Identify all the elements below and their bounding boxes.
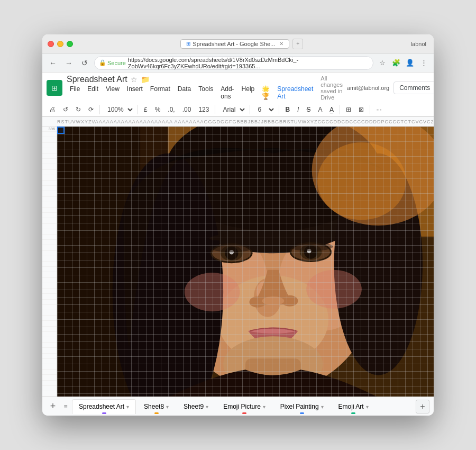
print-button[interactable]: 🖨 bbox=[47, 104, 58, 115]
column-header: RSTUVWXYZVAAAAAAAAAAAAAAAAAAAAA AAAAAAAA… bbox=[42, 117, 434, 127]
tab-sheet9-menu[interactable]: ▾ bbox=[206, 404, 208, 410]
toolbar-separator-1 bbox=[99, 105, 100, 114]
decimal-inc-button[interactable]: .00 bbox=[180, 104, 194, 115]
row-num-402 bbox=[42, 159, 57, 164]
svg-point-36 bbox=[306, 270, 362, 309]
font-color-button[interactable]: A bbox=[315, 104, 325, 115]
tab-spreadsheet-art[interactable]: Spreadsheet Art ▾ bbox=[72, 399, 136, 414]
row-num-399 bbox=[42, 143, 57, 148]
row-num-425 bbox=[42, 283, 57, 289]
row-num-421 bbox=[42, 262, 57, 267]
decimal-dec-button[interactable]: .0, bbox=[165, 104, 177, 115]
redo-button[interactable]: ↻ bbox=[73, 104, 84, 115]
row-num-404 bbox=[42, 170, 57, 175]
currency-button[interactable]: £ bbox=[141, 104, 150, 115]
sheets-doc-title[interactable]: Spreadsheet Art bbox=[67, 75, 127, 84]
menu-format[interactable]: Format bbox=[147, 84, 173, 101]
bookmark-button[interactable]: ☆ bbox=[377, 57, 388, 69]
add-sheet-button[interactable]: + bbox=[47, 400, 59, 413]
row-num-420 bbox=[42, 256, 57, 262]
row-num-396: 396 bbox=[42, 127, 57, 132]
tab-pixel-painting-menu[interactable]: ▾ bbox=[321, 404, 324, 410]
add-sheet-nav-button[interactable]: + bbox=[416, 400, 429, 413]
back-button[interactable]: ← bbox=[47, 57, 59, 69]
tab-sheet8-menu[interactable]: ▾ bbox=[166, 404, 169, 410]
tab-emoji-picture-menu[interactable]: ▾ bbox=[263, 404, 266, 410]
row-num-431 bbox=[42, 316, 57, 321]
maximize-button[interactable] bbox=[67, 41, 73, 47]
tab-emoji-art-menu[interactable]: ▾ bbox=[366, 404, 369, 410]
tab-sheet8[interactable]: Sheet8 ▾ bbox=[137, 399, 176, 414]
percent-button[interactable]: % bbox=[152, 104, 163, 115]
format-123-button[interactable]: 123 bbox=[196, 104, 212, 115]
sheets-top-bar: ⊞ Spreadsheet Art ☆ 📁 File Edit View Ins… bbox=[42, 73, 434, 103]
spreadsheet-art-link[interactable]: Spreadsheet Art bbox=[274, 84, 316, 101]
address-box[interactable]: 🔒 Secure https://docs.google.com/spreads… bbox=[94, 56, 373, 70]
tab-sheet8-dot bbox=[154, 412, 159, 414]
font-size-select[interactable]: 6 8 10 12 bbox=[253, 104, 276, 115]
row-num-440 bbox=[42, 364, 57, 370]
close-button[interactable] bbox=[48, 41, 54, 47]
sheets-logo-icon: ⊞ bbox=[51, 84, 58, 92]
menu-button[interactable]: ⋮ bbox=[418, 57, 429, 69]
tab-emoji-art[interactable]: Emoji Art ▾ bbox=[332, 399, 376, 414]
minimize-button[interactable] bbox=[57, 41, 63, 47]
svg-point-29 bbox=[289, 242, 333, 251]
address-bar: ← → ↺ 🔒 Secure https://docs.google.com/s… bbox=[42, 53, 434, 73]
new-tab-button[interactable]: + bbox=[292, 39, 303, 49]
row-num-442 bbox=[42, 375, 57, 380]
traffic-lights bbox=[48, 41, 73, 47]
more-toolbar-button[interactable]: ··· bbox=[373, 104, 384, 115]
row-header: 396 bbox=[42, 127, 57, 397]
browser-tab[interactable]: ⊞ Spreadsheet Art - Google She... ✕ bbox=[180, 39, 289, 49]
menu-file[interactable]: File bbox=[67, 84, 83, 101]
undo-button[interactable]: ↺ bbox=[60, 104, 71, 115]
menu-edit[interactable]: Edit bbox=[84, 84, 102, 101]
cell-area[interactable] bbox=[57, 127, 434, 397]
row-num-418 bbox=[42, 245, 57, 250]
col-header-letters: RSTUVWXYZVAAAAAAAAAAAAAAAAAAAAA AAAAAAAA… bbox=[57, 119, 434, 124]
browser-window: ⊞ Spreadsheet Art - Google She... ✕ + la… bbox=[42, 34, 434, 416]
menu-data[interactable]: Data bbox=[175, 84, 194, 101]
row-num-427 bbox=[42, 294, 57, 299]
italic-button[interactable]: I bbox=[295, 104, 301, 115]
browser-actions: ☆ 🧩 👤 ⋮ bbox=[377, 57, 429, 69]
menu-insert[interactable]: Insert bbox=[124, 84, 146, 101]
svg-point-38 bbox=[317, 142, 406, 220]
selected-cell[interactable] bbox=[57, 127, 65, 134]
tab-spreadsheet-art-menu[interactable]: ▾ bbox=[126, 404, 129, 410]
zoom-select[interactable]: 100% 75% 50% bbox=[103, 104, 134, 115]
menu-view[interactable]: View bbox=[103, 84, 123, 101]
refresh-button[interactable]: ↺ bbox=[78, 57, 91, 69]
row-num-411 bbox=[42, 208, 57, 213]
tab-close-icon[interactable]: ✕ bbox=[279, 41, 283, 47]
row-num-437 bbox=[42, 348, 57, 353]
star-icon[interactable]: ☆ bbox=[131, 75, 138, 84]
sheet-list-button[interactable]: ≡ bbox=[60, 401, 71, 412]
tab-sheet9[interactable]: Sheet9 ▾ bbox=[177, 399, 215, 414]
strikethrough-button[interactable]: S bbox=[304, 104, 313, 115]
account-button[interactable]: 👤 bbox=[404, 57, 416, 69]
folder-icon[interactable]: 📁 bbox=[141, 75, 150, 84]
menu-addons[interactable]: Add-ons bbox=[217, 84, 237, 101]
toolbar-separator-6 bbox=[340, 105, 340, 114]
font-select[interactable]: Arial bbox=[218, 104, 246, 115]
tab-emoji-picture-label: Emoji Picture bbox=[223, 403, 261, 410]
tab-spreadsheet-art-label: Spreadsheet Art bbox=[79, 403, 124, 410]
paint-format-button[interactable]: ⟳ bbox=[86, 104, 96, 115]
merge-button[interactable]: ⊠ bbox=[356, 104, 367, 115]
row-num-406 bbox=[42, 181, 57, 186]
forward-button[interactable]: → bbox=[62, 57, 75, 69]
menu-help[interactable]: Help bbox=[239, 84, 258, 101]
border-button[interactable]: ⊞ bbox=[343, 104, 354, 115]
highlight-color-button[interactable]: A̲ bbox=[327, 104, 336, 115]
row-num-397 bbox=[42, 132, 57, 137]
tab-spreadsheet-art-dot bbox=[102, 412, 106, 414]
menu-tools[interactable]: Tools bbox=[195, 84, 216, 101]
row-num-407 bbox=[42, 186, 57, 191]
bold-button[interactable]: B bbox=[282, 104, 292, 115]
extension-button[interactable]: 🧩 bbox=[390, 57, 402, 69]
tab-pixel-painting[interactable]: Pixel Painting ▾ bbox=[273, 399, 331, 414]
tab-emoji-picture[interactable]: Emoji Picture ▾ bbox=[216, 399, 272, 414]
comments-button[interactable]: Comments bbox=[393, 82, 434, 94]
